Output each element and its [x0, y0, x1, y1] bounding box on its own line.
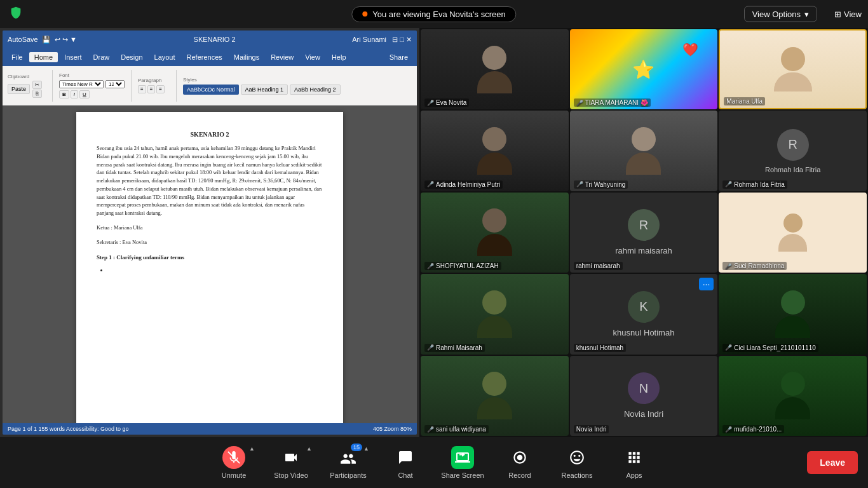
word-page: SKENARIO 2 Seorang ibu usia 24 tahun, ha…	[76, 112, 343, 423]
text-name: Rohmah Ida Fitria	[765, 166, 820, 173]
unmute-caret[interactable]: ▲	[249, 445, 255, 452]
participant-tile-mufidah[interactable]: 🎤 mufidah-21010...	[719, 356, 867, 436]
chat-button[interactable]: Chat	[377, 440, 434, 485]
participants-button[interactable]: ▲ 15 Participants	[320, 440, 377, 485]
apps-icon	[623, 446, 646, 469]
word-document: AutoSave 💾 ↩ ↪ ▼ SKENARIO 2 Ari Sunami ⊟…	[3, 30, 417, 435]
paste-btn[interactable]: Paste	[8, 84, 30, 94]
bold-btn[interactable]: B	[59, 90, 69, 98]
participant-tile-rahmi2[interactable]: 🎤 Rahmi Maisarah	[421, 274, 569, 354]
word-tab-file[interactable]: File	[6, 52, 28, 62]
avatar-silhouette	[421, 193, 569, 273]
mic-off-icon: 🎤	[427, 263, 434, 269]
word-tab-review[interactable]: Review	[266, 52, 299, 62]
word-tab-references[interactable]: References	[182, 52, 227, 62]
italic-btn[interactable]: I	[71, 90, 78, 98]
grid-icon: ⊞	[834, 10, 841, 19]
text-avatar: N Novia Indri	[624, 372, 663, 419]
participant-name: Suci Ramadhinna	[734, 262, 784, 269]
unmute-button[interactable]: ▲ Unmute	[205, 440, 262, 485]
align-left-btn[interactable]: ≡	[138, 85, 146, 93]
participant-name: Cici Liara Septi_2110101110	[734, 344, 815, 351]
participant-name-badge: Novia Indri	[574, 425, 609, 433]
align-center-btn[interactable]: ≡	[147, 85, 156, 93]
participant-name: Eva Novita	[436, 99, 466, 106]
participant-tile-sani[interactable]: 🎤 sani ulfa widiyana	[421, 356, 569, 436]
reactions-label: Reactions	[562, 471, 593, 479]
style-heading2-btn[interactable]: AaBb Heading 2	[290, 85, 341, 95]
copy-btn[interactable]: ⎘	[32, 90, 42, 98]
participant-tile-shofiyatul[interactable]: 🎤 SHOFIYATUL AZIZAH	[421, 193, 569, 273]
text-name: rahmi maisarah	[615, 246, 672, 255]
record-button[interactable]: Record	[491, 440, 548, 485]
camera-icon	[280, 446, 302, 469]
participant-name: Mariana Ulfa	[726, 98, 763, 105]
view-button[interactable]: ⊞ View	[834, 10, 862, 19]
avatar-silhouette	[720, 30, 865, 108]
participant-tile-tri[interactable]: 🎤 Tri Wahyuning	[570, 111, 718, 191]
font-select[interactable]: Times New Roma	[59, 80, 104, 88]
underline-btn[interactable]: U	[79, 90, 90, 98]
word-tab-help[interactable]: Help	[327, 52, 351, 62]
participants-caret[interactable]: ▲	[363, 445, 369, 452]
shield-icon	[9, 6, 23, 22]
top-bar: You are viewing Eva Novita's screen View…	[0, 0, 868, 28]
participant-tile-rohmah[interactable]: R Rohmah Ida Fitria 🎤 Rohmah Ida Fitria	[719, 111, 867, 191]
participant-tile-tiara[interactable]: ⭐ ❤️ 🎤 TIARA MAHARANI 🌺	[570, 29, 718, 109]
mic-off-icon: 🎤	[427, 426, 434, 433]
word-tabs: File Home Insert Draw Design Layout Refe…	[3, 48, 417, 66]
participant-name: TIARA MAHARANI 🌺	[585, 99, 648, 106]
share-screen-button[interactable]: Share Screen	[434, 440, 491, 485]
cut-btn[interactable]: ✂	[32, 81, 42, 89]
apps-button[interactable]: Apps	[606, 440, 663, 485]
video-caret[interactable]: ▲	[306, 445, 312, 452]
participant-name: Tri Wahyuning	[585, 181, 626, 188]
divider2	[131, 70, 132, 102]
word-tab-share[interactable]: Share	[384, 52, 413, 62]
participant-name-badge: 🎤 mufidah-21010...	[722, 425, 784, 433]
participant-name-badge: 🎤 Suci Ramadhinna	[722, 262, 787, 270]
word-tab-design[interactable]: Design	[116, 52, 147, 62]
doc-ketua: Ketua : Mariana Ulfa	[97, 224, 323, 232]
chat-label: Chat	[398, 471, 412, 479]
participant-tile-cici[interactable]: 🎤 Cici Liara Septi_2110101110	[719, 274, 867, 354]
align-right-btn[interactable]: ≡	[156, 85, 165, 93]
clipboard-group: Clipboard Paste ✂ ⎘	[8, 74, 46, 98]
text-avatar: R Rohmah Ida Fitria	[765, 129, 820, 173]
participant-name-badge: Mariana Ulfa	[724, 97, 765, 105]
word-tab-insert[interactable]: Insert	[59, 52, 87, 62]
participant-tile-novia[interactable]: N Novia Indri Novia Indri	[570, 356, 718, 436]
participants-label: Participants	[330, 471, 366, 479]
reactions-button[interactable]: Reactions	[548, 440, 606, 485]
word-titlebar: AutoSave 💾 ↩ ↪ ▼ SKENARIO 2 Ari Sunami ⊟…	[3, 30, 417, 48]
participant-tile-suci[interactable]: 🎤 Suci Ramadhinna	[719, 193, 867, 273]
leave-button[interactable]: Leave	[807, 451, 858, 474]
font-group: Font Times New Roma 12 B I U	[59, 72, 125, 98]
participant-tile-eva-novita[interactable]: 🎤 Eva Novita	[421, 29, 569, 109]
participant-tile-adinda[interactable]: 🎤 Adinda Helminiya Putri	[421, 111, 569, 191]
participant-name: Rahmi Maisarah	[436, 344, 482, 351]
word-tab-mailings[interactable]: Mailings	[229, 52, 264, 62]
participant-tile-rahmi[interactable]: R rahmi maisarah rahmi maisarah	[570, 193, 718, 273]
word-tab-home[interactable]: Home	[29, 52, 58, 62]
text-name: khusnul Hotimah	[613, 328, 675, 337]
stop-video-button[interactable]: ▲ Stop Video	[262, 440, 320, 485]
more-options-dot[interactable]: ···	[699, 278, 714, 290]
word-tab-view[interactable]: View	[300, 52, 325, 62]
participants-icon: 15	[337, 446, 360, 469]
style-heading1-btn[interactable]: AaB Heading 1	[241, 85, 288, 95]
fontsize-select[interactable]: 12	[105, 80, 125, 88]
view-options-button[interactable]: View Options ▾	[744, 6, 817, 22]
style-normal-btn[interactable]: AaBbCcDc Normal	[183, 85, 239, 95]
participant-tile-mariana[interactable]: Mariana Ulfa	[719, 29, 867, 109]
bottom-toolbar: ▲ Unmute ▲ Stop Video ▲ 15 Participants …	[0, 437, 868, 488]
participant-tile-khusnul[interactable]: ··· K khusnul Hotimah khusnul Hotimah	[570, 274, 718, 354]
star-icon: ⭐	[632, 59, 654, 80]
avatar-silhouette	[421, 29, 569, 109]
word-tab-draw[interactable]: Draw	[88, 52, 115, 62]
mic-off-icon: 🎤	[576, 181, 583, 187]
word-tab-layout[interactable]: Layout	[149, 52, 180, 62]
unmute-label: Unmute	[222, 471, 247, 479]
mic-off-icon: 🎤	[576, 100, 583, 106]
word-body: SKENARIO 2 Seorang ibu usia 24 tahun, ha…	[3, 105, 417, 423]
